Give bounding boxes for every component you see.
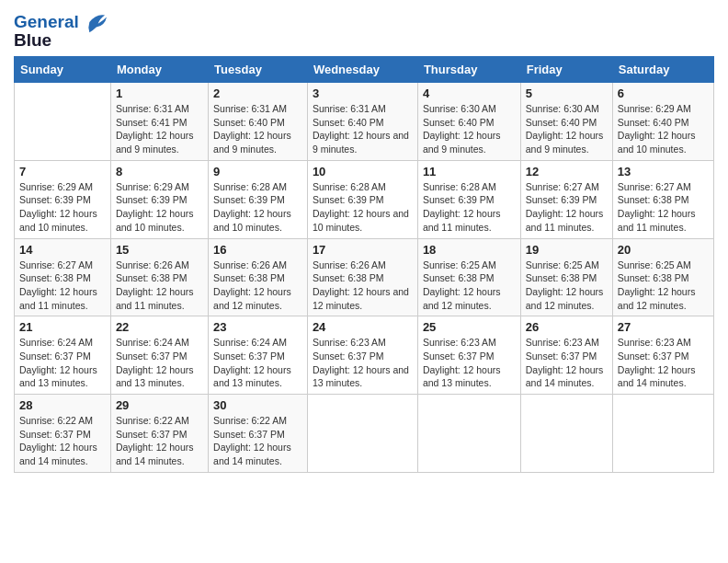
calendar-cell: [307, 395, 417, 473]
calendar-cell: 3Sunrise: 6:31 AMSunset: 6:40 PMDaylight…: [307, 83, 417, 161]
calendar-cell: 13Sunrise: 6:27 AMSunset: 6:38 PMDayligh…: [612, 160, 713, 238]
calendar-cell: [612, 395, 713, 473]
day-number: 21: [19, 320, 106, 334]
calendar-header-row: SundayMondayTuesdayWednesdayThursdayFrid…: [15, 57, 714, 83]
day-info: Sunrise: 6:27 AMSunset: 6:39 PMDaylight:…: [526, 180, 608, 235]
calendar-cell: 2Sunrise: 6:31 AMSunset: 6:40 PMDaylight…: [209, 83, 308, 161]
day-info: Sunrise: 6:23 AMSunset: 6:37 PMDaylight:…: [423, 336, 516, 390]
calendar-cell: 28Sunrise: 6:22 AMSunset: 6:37 PMDayligh…: [15, 395, 111, 473]
day-number: 2: [213, 86, 302, 100]
calendar-cell: 11Sunrise: 6:28 AMSunset: 6:39 PMDayligh…: [417, 160, 520, 238]
calendar-cell: 23Sunrise: 6:24 AMSunset: 6:37 PMDayligh…: [209, 316, 308, 395]
calendar-cell: [520, 395, 612, 473]
calendar-cell: 16Sunrise: 6:26 AMSunset: 6:38 PMDayligh…: [209, 238, 308, 316]
calendar-cell: 12Sunrise: 6:27 AMSunset: 6:39 PMDayligh…: [520, 160, 612, 238]
day-number: 15: [116, 243, 203, 257]
day-info: Sunrise: 6:27 AMSunset: 6:38 PMDaylight:…: [618, 180, 709, 235]
calendar-cell: 30Sunrise: 6:22 AMSunset: 6:37 PMDayligh…: [209, 395, 308, 473]
day-number: 14: [19, 243, 106, 257]
calendar-cell: 25Sunrise: 6:23 AMSunset: 6:37 PMDayligh…: [417, 316, 520, 395]
calendar-cell: 6Sunrise: 6:29 AMSunset: 6:40 PMDaylight…: [612, 83, 713, 161]
day-number: 11: [423, 165, 516, 178]
day-info: Sunrise: 6:31 AMSunset: 6:40 PMDaylight:…: [213, 102, 302, 156]
col-header-saturday: Saturday: [612, 57, 713, 83]
calendar-row: 28Sunrise: 6:22 AMSunset: 6:37 PMDayligh…: [15, 395, 714, 473]
calendar-cell: 14Sunrise: 6:27 AMSunset: 6:38 PMDayligh…: [15, 238, 111, 316]
day-number: 12: [526, 165, 608, 178]
col-header-monday: Monday: [110, 57, 208, 83]
day-info: Sunrise: 6:23 AMSunset: 6:37 PMDaylight:…: [313, 336, 413, 390]
day-info: Sunrise: 6:27 AMSunset: 6:38 PMDaylight:…: [19, 259, 106, 313]
day-number: 10: [313, 165, 413, 178]
day-number: 28: [19, 398, 106, 412]
day-number: 4: [423, 86, 516, 100]
day-number: 5: [526, 86, 608, 100]
col-header-sunday: Sunday: [15, 57, 111, 83]
col-header-wednesday: Wednesday: [307, 57, 417, 83]
day-info: Sunrise: 6:26 AMSunset: 6:38 PMDaylight:…: [116, 259, 203, 313]
calendar-cell: 4Sunrise: 6:30 AMSunset: 6:40 PMDaylight…: [417, 83, 520, 161]
day-number: 1: [116, 86, 203, 100]
day-number: 19: [526, 243, 608, 257]
day-number: 29: [116, 398, 203, 412]
day-number: 30: [213, 398, 302, 412]
day-number: 9: [213, 165, 302, 178]
calendar-cell: 8Sunrise: 6:29 AMSunset: 6:39 PMDaylight…: [110, 160, 208, 238]
day-number: 7: [19, 165, 106, 178]
day-number: 22: [116, 320, 203, 334]
day-number: 27: [618, 320, 709, 334]
calendar-cell: 1Sunrise: 6:31 AMSunset: 6:41 PMDaylight…: [110, 83, 208, 161]
day-number: 26: [526, 320, 608, 334]
calendar-cell: 20Sunrise: 6:25 AMSunset: 6:38 PMDayligh…: [612, 238, 713, 316]
day-info: Sunrise: 6:25 AMSunset: 6:38 PMDaylight:…: [618, 259, 709, 313]
day-info: Sunrise: 6:28 AMSunset: 6:39 PMDaylight:…: [423, 180, 516, 235]
day-info: Sunrise: 6:24 AMSunset: 6:37 PMDaylight:…: [213, 336, 302, 390]
day-info: Sunrise: 6:26 AMSunset: 6:38 PMDaylight:…: [313, 259, 413, 313]
day-number: 23: [213, 320, 302, 334]
calendar-table: SundayMondayTuesdayWednesdayThursdayFrid…: [14, 56, 714, 473]
day-number: 3: [313, 86, 413, 100]
calendar-cell: 26Sunrise: 6:23 AMSunset: 6:37 PMDayligh…: [520, 316, 612, 395]
calendar-row: 21Sunrise: 6:24 AMSunset: 6:37 PMDayligh…: [15, 316, 714, 395]
day-info: Sunrise: 6:25 AMSunset: 6:38 PMDaylight:…: [526, 259, 608, 313]
day-info: Sunrise: 6:22 AMSunset: 6:37 PMDaylight:…: [116, 414, 203, 468]
calendar-cell: [15, 83, 111, 161]
col-header-thursday: Thursday: [417, 57, 520, 83]
day-number: 13: [618, 165, 709, 178]
day-number: 6: [618, 86, 709, 100]
calendar-cell: 21Sunrise: 6:24 AMSunset: 6:37 PMDayligh…: [15, 316, 111, 395]
day-info: Sunrise: 6:29 AMSunset: 6:39 PMDaylight:…: [116, 180, 203, 235]
col-header-friday: Friday: [520, 57, 612, 83]
calendar-cell: 18Sunrise: 6:25 AMSunset: 6:38 PMDayligh…: [417, 238, 520, 316]
header: General Blue: [14, 9, 714, 49]
day-info: Sunrise: 6:23 AMSunset: 6:37 PMDaylight:…: [618, 336, 709, 390]
day-info: Sunrise: 6:30 AMSunset: 6:40 PMDaylight:…: [526, 102, 608, 156]
calendar-cell: 5Sunrise: 6:30 AMSunset: 6:40 PMDaylight…: [520, 83, 612, 161]
day-info: Sunrise: 6:25 AMSunset: 6:38 PMDaylight:…: [423, 259, 516, 313]
day-info: Sunrise: 6:30 AMSunset: 6:40 PMDaylight:…: [423, 102, 516, 156]
calendar-cell: 24Sunrise: 6:23 AMSunset: 6:37 PMDayligh…: [307, 316, 417, 395]
calendar-row: 1Sunrise: 6:31 AMSunset: 6:41 PMDaylight…: [15, 83, 714, 161]
calendar-cell: 10Sunrise: 6:28 AMSunset: 6:39 PMDayligh…: [307, 160, 417, 238]
day-info: Sunrise: 6:28 AMSunset: 6:39 PMDaylight:…: [313, 180, 413, 235]
logo-text: General: [14, 12, 79, 32]
calendar-cell: 27Sunrise: 6:23 AMSunset: 6:37 PMDayligh…: [612, 316, 713, 395]
day-info: Sunrise: 6:22 AMSunset: 6:37 PMDaylight:…: [19, 414, 106, 468]
day-number: 8: [116, 165, 203, 178]
calendar-cell: 7Sunrise: 6:29 AMSunset: 6:39 PMDaylight…: [15, 160, 111, 238]
day-info: Sunrise: 6:26 AMSunset: 6:38 PMDaylight:…: [213, 259, 302, 313]
calendar-cell: 22Sunrise: 6:24 AMSunset: 6:37 PMDayligh…: [110, 316, 208, 395]
day-number: 25: [423, 320, 516, 334]
calendar-cell: 17Sunrise: 6:26 AMSunset: 6:38 PMDayligh…: [307, 238, 417, 316]
col-header-tuesday: Tuesday: [209, 57, 308, 83]
calendar-cell: 19Sunrise: 6:25 AMSunset: 6:38 PMDayligh…: [520, 238, 612, 316]
day-number: 18: [423, 243, 516, 257]
day-number: 20: [618, 243, 709, 257]
calendar-cell: 29Sunrise: 6:22 AMSunset: 6:37 PMDayligh…: [110, 395, 208, 473]
day-number: 16: [213, 243, 302, 257]
day-info: Sunrise: 6:22 AMSunset: 6:37 PMDaylight:…: [213, 414, 302, 468]
day-info: Sunrise: 6:28 AMSunset: 6:39 PMDaylight:…: [213, 180, 302, 235]
calendar-cell: 9Sunrise: 6:28 AMSunset: 6:39 PMDaylight…: [209, 160, 308, 238]
day-info: Sunrise: 6:31 AMSunset: 6:40 PMDaylight:…: [313, 102, 413, 156]
calendar-cell: [417, 395, 520, 473]
